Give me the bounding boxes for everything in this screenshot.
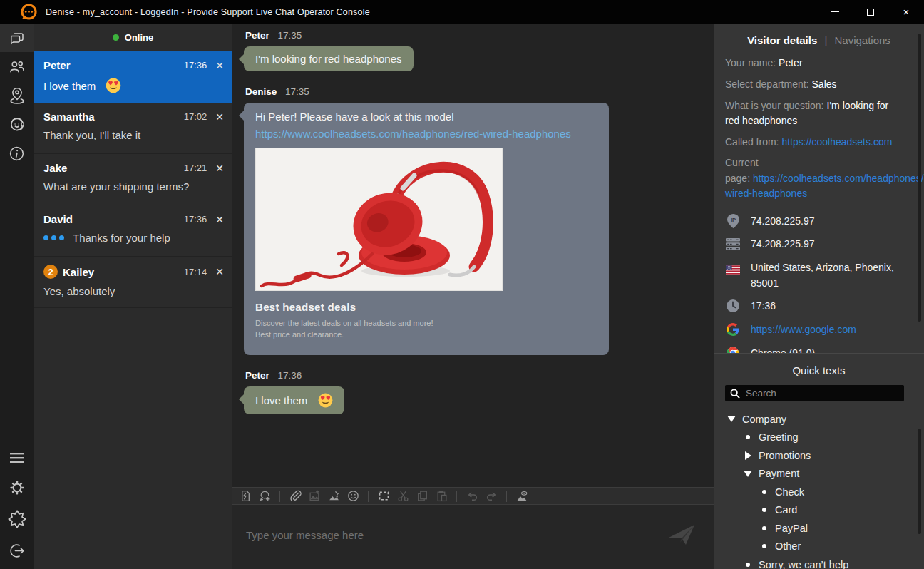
tab-navigations[interactable]: Navigations (834, 34, 890, 46)
close-button[interactable]: × (888, 0, 924, 24)
chat-item-peter[interactable]: Peter 17:36 ✕ I love them (34, 51, 232, 103)
called-from-link[interactable]: https://coolheadsets.com (781, 136, 892, 148)
copy-icon[interactable] (416, 490, 428, 503)
minimize-button[interactable] (817, 0, 853, 24)
chat-name: David (43, 213, 73, 225)
svg-text:IP: IP (730, 217, 735, 223)
close-chat-icon[interactable]: ✕ (215, 163, 224, 173)
rail-logout-button[interactable] (0, 536, 34, 565)
referrer-link[interactable]: https://www.google.com (751, 322, 856, 338)
minimize-icon (831, 11, 839, 12)
message-time: 17:35 (278, 30, 302, 41)
info-row-location: United States, Arizona, Phoenix, 85001 (726, 260, 905, 291)
collapse-arrow-icon[interactable] (726, 416, 737, 422)
message-author: Peter (245, 370, 270, 381)
heart-eyes-emoji-icon (106, 78, 121, 93)
chat-name: Samantha (43, 111, 95, 123)
send-button[interactable] (667, 523, 696, 550)
message-author: Peter (245, 30, 270, 41)
bullet-icon (759, 544, 770, 548)
us-flag-icon (726, 262, 740, 277)
tree-item-card[interactable]: Card (714, 501, 924, 520)
close-chat-icon[interactable]: ✕ (215, 215, 224, 225)
tree-item-greeting[interactable]: Greeting (714, 429, 924, 447)
chat-preview: I love them (43, 78, 224, 93)
info-row-browser: Chrome (91.0) (726, 346, 905, 353)
field-current-page: Current page:https://coolheadsets.com/he… (725, 155, 905, 201)
geo-location-icon (8, 86, 26, 106)
bullet-icon (759, 526, 770, 530)
rail-info-tab[interactable] (0, 139, 34, 168)
chat-preview: What are your shipping terms? (43, 180, 224, 193)
chat-time: 17:14 (184, 267, 207, 277)
typing-indicator-icon (43, 235, 64, 240)
message-history: Peter 17:35 I'm looking for red headphon… (232, 24, 714, 487)
google-icon (726, 322, 740, 337)
rail-visitors-tab[interactable] (0, 52, 34, 81)
quick-texts-tree: Company Greeting Promotions Payment Chec… (714, 410, 924, 569)
chat-item-jake[interactable]: Jake 17:21 ✕ What are your shipping term… (34, 154, 232, 205)
operator-icon (8, 116, 26, 134)
rail-operators-tab[interactable] (0, 111, 34, 139)
quick-text-icon[interactable] (239, 490, 252, 503)
close-chat-icon[interactable]: ✕ (215, 61, 224, 71)
visitor-info-panel: Visitor details | Navigations Your name:… (714, 24, 924, 569)
composer-toolbar (232, 487, 714, 505)
expand-arrow-icon[interactable] (742, 451, 754, 460)
rail-menu-button[interactable] (0, 444, 34, 472)
chat-item-david[interactable]: David 17:36 ✕ Thanks for your help (34, 205, 232, 257)
unread-count-badge: 2 (43, 265, 58, 279)
rail-chats-tab[interactable] (0, 24, 34, 52)
tree-item-promotions[interactable]: Promotions (714, 446, 924, 465)
tree-item-payment[interactable]: Payment (714, 465, 924, 483)
redo-icon[interactable] (485, 490, 498, 503)
current-page-link[interactable]: https://coolheadsets.com/headphones/red-… (725, 173, 924, 199)
tree-item-other[interactable]: Other (714, 538, 924, 556)
chat-item-kailey[interactable]: 2 Kailey 17:14 ✕ Yes, absolutely (34, 257, 232, 308)
tree-item-sorry-we-cant-help[interactable]: Sorry, we can’t help (714, 555, 924, 569)
search-input[interactable] (746, 388, 899, 399)
rail-settings-button[interactable] (0, 473, 34, 502)
message-link[interactable]: https://www.coolheadsets.com/headphones/… (255, 128, 597, 140)
cut-icon[interactable] (396, 490, 409, 503)
visitor-details-scrollbar[interactable] (918, 34, 921, 322)
logout-icon (8, 542, 26, 560)
message-group: Peter 17:35 I'm looking for red headphon… (244, 30, 714, 71)
red-headphones-photo[interactable] (255, 148, 503, 291)
quick-texts-search[interactable] (725, 385, 904, 401)
view-image-icon[interactable] (515, 490, 528, 503)
close-chat-icon[interactable]: ✕ (215, 112, 224, 122)
tab-visitor-details[interactable]: Visitor details (747, 34, 817, 46)
message-time: 17:36 (278, 370, 302, 381)
send-image-icon[interactable] (308, 490, 321, 503)
attach-file-icon[interactable] (289, 490, 302, 503)
message-input[interactable] (232, 505, 714, 569)
undo-icon[interactable] (466, 490, 478, 503)
quick-texts-scrollbar[interactable] (918, 429, 921, 534)
chat-item-samantha[interactable]: Samantha 17:02 ✕ Thank you, I'll take it (34, 103, 232, 154)
select-icon[interactable] (377, 490, 390, 503)
rail-sound-button[interactable] (0, 503, 34, 535)
emoji-icon[interactable] (346, 490, 359, 503)
chat-time: 17:36 (184, 60, 207, 71)
collapse-arrow-icon[interactable] (742, 471, 754, 477)
tree-item-company[interactable]: Company (714, 410, 924, 429)
tree-item-check[interactable]: Check (714, 483, 924, 501)
info-row-referrer: https://www.google.com (726, 322, 905, 338)
close-chat-icon[interactable]: ✕ (215, 267, 224, 277)
window-title: Denise - my_account - LoggedIn - Provide… (46, 7, 817, 17)
chat-time: 17:21 (184, 163, 207, 173)
message-group: Peter 17:36 I love them (244, 370, 714, 414)
online-status-label: Online (125, 32, 153, 43)
add-canned-response-icon[interactable] (258, 490, 271, 503)
field-called-from: Called from:https://coolheadsets.com (725, 135, 905, 150)
conversation-panel: Peter 17:35 I'm looking for red headphon… (232, 24, 714, 569)
rail-geo-tab[interactable] (0, 81, 34, 111)
chat-preview: Yes, absolutely (43, 285, 224, 297)
tree-item-paypal[interactable]: PayPal (714, 519, 924, 538)
server-icon (726, 237, 740, 251)
push-image-icon[interactable] (327, 490, 340, 503)
settings-icon (9, 479, 26, 496)
paste-icon[interactable] (435, 490, 448, 503)
maximize-button[interactable] (853, 0, 888, 24)
